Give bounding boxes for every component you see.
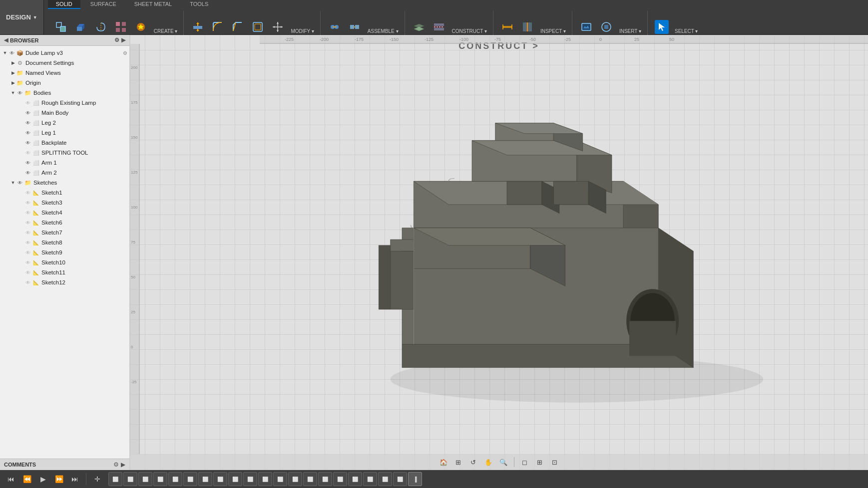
joint-btn[interactable] (326, 19, 344, 35)
vp-more-btn[interactable]: ⊡ (548, 456, 561, 469)
inspect-label-btn[interactable]: INSPECT ▾ (538, 27, 568, 35)
tl-item-19[interactable]: ⬜ (378, 472, 392, 486)
viewport[interactable]: CONSTRUCT > -225 -200 -175 -150 -125 -10… (130, 35, 868, 470)
tab-surface[interactable]: SURFACE (82, 0, 124, 9)
section-btn[interactable] (518, 19, 536, 35)
vp-zoom-btn[interactable]: 🔍 (497, 456, 510, 469)
select-btn[interactable] (653, 19, 671, 35)
tree-document-settings[interactable]: ▶ ⚙ Document Settings (0, 58, 129, 68)
insert-label-btn[interactable]: INSERT ▾ (617, 27, 643, 35)
tl-item-15[interactable]: ⬜ (318, 472, 332, 486)
arm1-eye[interactable]: 👁 (24, 159, 32, 167)
tl-item-13[interactable]: ⬜ (288, 472, 302, 486)
tree-root[interactable]: ▼ 👁 📦 Dude Lamp v3 ⚙ (0, 48, 129, 58)
tl-item-9[interactable]: ⬜ (228, 472, 242, 486)
pattern-btn[interactable] (112, 19, 130, 35)
tree-sketch10[interactable]: ▶ 👁 📐 Sketch10 (0, 257, 129, 267)
vp-fit-btn[interactable]: ⊞ (452, 456, 465, 469)
tree-sketch4[interactable]: ▶ 👁 📐 Sketch4 (0, 208, 129, 218)
revolve-btn[interactable] (92, 19, 110, 35)
tl-item-8[interactable]: ⬜ (213, 472, 227, 486)
root-gear[interactable]: ⚙ (123, 50, 127, 56)
tree-leg1[interactable]: ▶ 👁 ⬜ Leg 1 (0, 128, 129, 138)
bodies-eye[interactable]: 👁 (16, 89, 24, 97)
sketch1-eye[interactable]: 👁 (24, 189, 32, 197)
tree-sketch6[interactable]: ▶ 👁 📐 Sketch6 (0, 218, 129, 228)
tree-sketches[interactable]: ▼ 👁 📁 Sketches (0, 178, 129, 188)
arm2-eye[interactable]: 👁 (24, 169, 32, 177)
root-eye[interactable]: 👁 (8, 49, 16, 57)
tree-leg2[interactable]: ▶ 👁 ⬜ Leg 2 (0, 118, 129, 128)
decal-btn[interactable] (597, 19, 615, 35)
comments-settings[interactable]: ⚙ (113, 461, 119, 468)
tl-item-1[interactable]: ⬜ (108, 472, 122, 486)
feature-btn[interactable] (132, 19, 150, 35)
tl-item-3[interactable]: ⬜ (138, 472, 152, 486)
shell-btn[interactable] (249, 19, 267, 35)
play-end-btn[interactable]: ⏭ (68, 472, 82, 486)
tl-item-20[interactable]: ⬜ (393, 472, 407, 486)
play-start-btn[interactable]: ⏮ (4, 472, 18, 486)
tree-sketch7[interactable]: ▶ 👁 📐 Sketch7 (0, 228, 129, 238)
comments-collapse[interactable]: ▶ (121, 461, 125, 468)
tree-splitting-tool[interactable]: ▶ 👁 ⬜ SPLITTING TOOL (0, 148, 129, 158)
tree-sketch3[interactable]: ▶ 👁 📐 Sketch3 (0, 198, 129, 208)
vp-pan-btn[interactable]: ✋ (482, 456, 495, 469)
design-menu[interactable]: DESIGN ▼ (0, 0, 44, 34)
tl-item-5[interactable]: ⬜ (168, 472, 182, 486)
tree-sketch9[interactable]: ▶ 👁 📐 Sketch9 (0, 247, 129, 257)
browser-settings-btn[interactable]: ⚙ (114, 37, 119, 43)
tl-item-11[interactable]: ⬜ (258, 472, 272, 486)
tree-sketch11[interactable]: ▶ 👁 📐 Sketch11 (0, 267, 129, 277)
tree-main-body[interactable]: ▶ 👁 ⬜ Main Body (0, 108, 129, 118)
tree-named-views[interactable]: ▶ 📁 Named Views (0, 68, 129, 78)
leg2-eye[interactable]: 👁 (24, 119, 32, 127)
sketches-expand[interactable]: ▼ (10, 180, 16, 186)
select-label-btn[interactable]: SELECT ▾ (673, 27, 700, 35)
chamfer-btn[interactable] (229, 19, 247, 35)
browser-collapse-right[interactable]: ▶ (121, 37, 125, 43)
vp-grid-btn[interactable]: ⊞ (533, 456, 546, 469)
tree-rough-lamp[interactable]: ▶ 👁 ⬜ Rough Existing Lamp (0, 98, 129, 108)
modify-label-btn[interactable]: MODIFY ▾ (289, 27, 316, 35)
tl-item-6[interactable]: ⬜ (183, 472, 197, 486)
tree-bodies[interactable]: ▼ 👁 📁 Bodies (0, 88, 129, 98)
move-btn[interactable] (269, 19, 287, 35)
tl-item-10[interactable]: ⬜ (243, 472, 257, 486)
tl-item-14[interactable]: ⬜ (303, 472, 317, 486)
create-label-btn[interactable]: CREATE ▾ (152, 27, 180, 35)
leg1-eye[interactable]: 👁 (24, 129, 32, 137)
named-views-expand[interactable]: ▶ (10, 70, 16, 76)
sketches-eye[interactable]: 👁 (16, 179, 24, 187)
tl-item-7[interactable]: ⬜ (198, 472, 212, 486)
model-3d-svg[interactable] (260, 65, 859, 414)
vp-display-btn[interactable]: ◻ (518, 456, 531, 469)
extrude-btn[interactable] (72, 19, 90, 35)
tl-item-18[interactable]: ⬜ (363, 472, 377, 486)
browser-collapse-left[interactable]: ◀ (4, 37, 8, 43)
construct-label-btn[interactable]: CONSTRUCT ▾ (450, 27, 489, 35)
backplate-eye[interactable]: 👁 (24, 139, 32, 147)
assemble-label-btn[interactable]: ASSEMBLE ▾ (366, 27, 401, 35)
tree-sketch12[interactable]: ▶ 👁 📐 Sketch12 (0, 277, 129, 287)
tab-sheet-metal[interactable]: SHEET METAL (126, 0, 180, 9)
tl-item-12[interactable]: ⬜ (273, 472, 287, 486)
canvas-btn[interactable] (577, 19, 595, 35)
tl-item-16[interactable]: ⬜ (333, 472, 347, 486)
measure-btn[interactable] (498, 19, 516, 35)
tl-item-17[interactable]: ⬜ (348, 472, 362, 486)
play-prev-btn[interactable]: ⏪ (20, 472, 34, 486)
tree-sketch8[interactable]: ▶ 👁 📐 Sketch8 (0, 238, 129, 247)
tree-sketch1[interactable]: ▶ 👁 📐 Sketch1 (0, 188, 129, 198)
contact-btn[interactable] (346, 19, 364, 35)
tree-arm1[interactable]: ▶ 👁 ⬜ Arm 1 (0, 158, 129, 168)
tree-arm2[interactable]: ▶ 👁 ⬜ Arm 2 (0, 168, 129, 178)
vp-home-btn[interactable]: 🏠 (437, 456, 450, 469)
play-next-btn[interactable]: ⏩ (52, 472, 66, 486)
tl-item-2[interactable]: ⬜ (123, 472, 137, 486)
tl-item-4[interactable]: ⬜ (153, 472, 167, 486)
tl-item-end[interactable]: ▐ (408, 472, 422, 486)
tree-backplate[interactable]: ▶ 👁 ⬜ Backplate (0, 138, 129, 148)
origin-expand[interactable]: ▶ (10, 80, 16, 86)
root-expand[interactable]: ▼ (2, 50, 8, 56)
